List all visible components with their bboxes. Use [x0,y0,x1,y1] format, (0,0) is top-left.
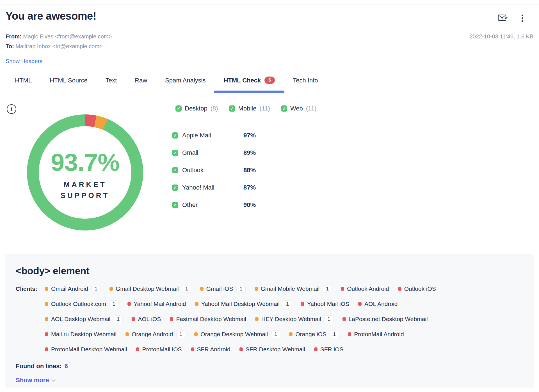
show-more-label: Show more [16,377,49,384]
checkbox-checked-icon[interactable]: ✓ [172,202,178,208]
count-badge: 1 [323,285,332,293]
client-tag-outlook-ios: Outlook iOS [398,285,436,292]
support-percentage: 97% [243,132,256,139]
error-dot-icon [191,347,194,351]
count-badge: 1 [176,331,185,338]
checkbox-checked-icon[interactable]: ✓ [172,132,178,139]
clients-block: Clients: Gmail Android1Gmail Desktop Web… [16,284,523,360]
client-tag-aol-ios: AOL iOS [132,316,161,322]
show-more-button[interactable]: Show more [16,377,55,384]
error-dot-icon [170,317,173,321]
filter-web[interactable]: ✓Web(11) [281,105,316,112]
count-badge: 1 [283,300,292,308]
client-tag-outlook-android: Outlook Android [341,285,389,292]
found-on-lines-link[interactable]: 6 [65,363,68,370]
warning-dot-icon [109,287,113,291]
filter-desktop[interactable]: ✓Desktop(8) [175,105,218,112]
warning-dot-icon [195,302,198,306]
top-divider [0,4,539,4]
count-badge: 1 [114,315,123,323]
warning-dot-icon [255,287,258,291]
clients-label: Clients: [16,284,40,294]
checkbox-checked-icon[interactable]: ✓ [175,105,182,112]
more-actions-button[interactable] [519,13,526,24]
tab-html-check[interactable]: HTML Check6 [223,72,275,93]
filter-count: (8) [211,105,218,112]
found-on-lines: Found on lines: 6 [16,363,523,370]
client-tag-gmail-mobile-webmail: Gmail Mobile Webmail1 [255,285,332,293]
filter-mobile[interactable]: ✓Mobile(11) [229,105,270,112]
client-tag-label: Gmail iOS [206,285,233,292]
tab-label: Tech Info [293,77,318,84]
client-tag-label: LaPoste.net Desktop Webmail [349,316,428,322]
error-dot-icon [45,347,48,351]
to-value: Mailtrap Inbox <to@example.com> [15,43,102,49]
support-percentage: 89% [243,149,256,156]
client-tag-label: AOL Android [364,301,398,307]
support-row-other: ✓Other90% [172,196,290,214]
count-badge: 1 [236,285,245,293]
from-label: From: [6,33,22,40]
filter-count: (11) [259,105,270,112]
error-dot-icon [398,287,401,291]
support-percentage: 88% [243,167,256,174]
chevron-down-icon [51,377,55,381]
error-dot-icon [348,332,351,336]
support-client-label: Apple Mail [182,132,211,139]
error-dot-icon [132,317,135,321]
error-dot-icon [341,287,344,291]
client-tag-orange-android: Orange Android1 [125,331,185,338]
client-tag-label: SFR iOS [320,346,344,353]
client-tag-yahoo-mail-ios: Yahoo! Mail iOS [301,301,349,307]
client-tag-aol-android: AOL Android [358,301,398,307]
client-tag-gmail-android: Gmail Android1 [45,285,101,293]
count-badge: 1 [109,300,118,308]
checkbox-checked-icon[interactable]: ✓ [172,185,178,191]
error-dot-icon [45,332,48,336]
client-tag-row: ProtonMail Desktop WebmailProtonMail iOS… [45,345,523,354]
info-icon[interactable]: i [7,104,16,114]
client-tag-label: Orange Android [132,331,173,338]
client-tag-laposte-net-desktop-webmail: LaPoste.net Desktop Webmail [342,316,428,322]
error-dot-icon [136,347,139,351]
client-tag-label: ProtonMail iOS [142,346,182,353]
client-tag-hey-desktop-webmail: HEY Desktop Webmail1 [255,315,334,323]
client-support-list: ✓Apple Mail97%✓Gmail89%✓Outlook88%✓Yahoo… [172,127,290,214]
support-percentage: 87% [243,184,256,191]
donut-center: 93.7% MARKET SUPPORT [39,126,131,219]
checkbox-checked-icon[interactable]: ✓ [172,150,178,156]
body-element-title: <body> element [16,265,523,277]
tab-html-source[interactable]: HTML Source [50,72,88,93]
show-headers-link[interactable]: Show Headers [6,58,42,64]
filter-label: Web [290,105,303,112]
tab-text[interactable]: Text [106,72,117,93]
tab-raw[interactable]: Raw [135,72,147,93]
forward-email-button[interactable] [497,13,509,23]
client-tag-orange-desktop-webmail: Orange Desktop Webmail1 [194,331,280,338]
tab-spam-analysis[interactable]: Spam Analysis [165,72,205,93]
tab-tech-info[interactable]: Tech Info [293,72,318,93]
support-row-yahoo-mail: ✓Yahoo! Mail87% [172,179,290,196]
tab-label: HTML Check [223,77,261,84]
client-tag-label: Yahoo! Mail Android [134,301,186,307]
client-tag-orange-ios: Orange iOS1 [289,331,339,338]
checkbox-checked-icon[interactable]: ✓ [281,105,287,112]
support-client-label: Gmail [182,149,198,156]
client-tag-outlook-outlook-com: Outlook Outlook.com1 [45,300,118,308]
support-row-gmail: ✓Gmail89% [172,144,290,162]
count-badge: 1 [182,285,191,293]
client-tag-protonmail-ios: ProtonMail iOS [136,346,182,353]
checkbox-checked-icon[interactable]: ✓ [229,105,235,112]
warning-dot-icon [289,332,293,336]
tab-label: HTML [15,77,32,84]
tab-label: Spam Analysis [165,77,205,84]
client-tag-label: Yahoo! Mail Desktop Webmail [201,301,280,307]
client-tag-list: Gmail Android1Gmail Desktop Webmail1Gmai… [45,284,523,360]
client-tag-label: ProtonMail Desktop Webmail [51,346,127,353]
warning-dot-icon [255,317,259,321]
checkbox-checked-icon[interactable]: ✓ [172,167,178,173]
email-meta: From: Magic Elves <from@example.com> To:… [6,32,112,51]
warning-dot-icon [125,332,129,336]
client-tag-label: HEY Desktop Webmail [261,316,321,322]
tab-html[interactable]: HTML [15,72,32,93]
